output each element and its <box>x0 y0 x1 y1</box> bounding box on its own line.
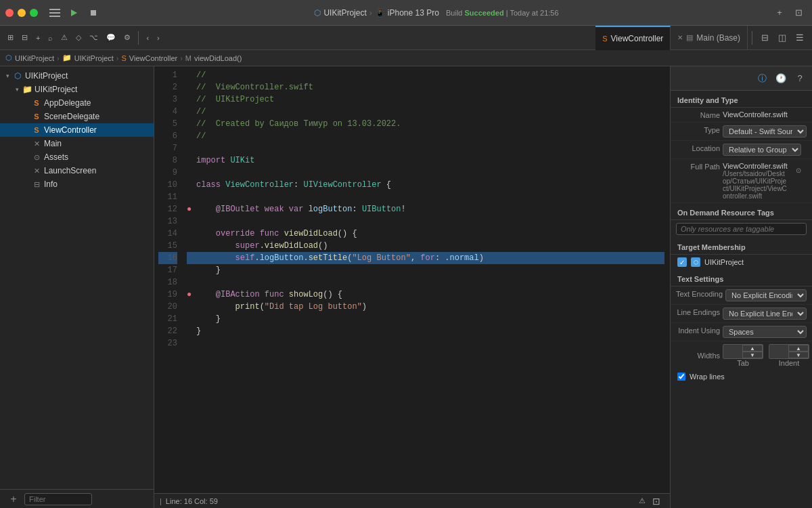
folder-icon: 📁 <box>22 84 32 95</box>
inspector-btn[interactable]: ☰ <box>792 30 808 46</box>
build-time: Today at 21:56 <box>510 9 558 17</box>
info-label: Info <box>44 179 58 189</box>
code-area[interactable]: 1 2 3 4 5 6 7 8 9 10 11 12 13 14 15 16 1… <box>154 66 670 493</box>
storyboard-icon-main: ✕ <box>31 138 42 149</box>
assets-icon: ⊙ <box>31 152 42 163</box>
code-line-22: } <box>187 325 664 337</box>
cursor-icon: | <box>160 497 162 505</box>
swift-icon-scenedelegate: S <box>31 111 42 122</box>
svg-marker-3 <box>71 9 77 16</box>
reveal-in-finder-btn[interactable]: ⊙ <box>790 162 807 178</box>
build-result: Succeeded <box>465 9 504 17</box>
maximize-button[interactable] <box>30 9 38 17</box>
tab-width-input[interactable]: 4 <box>723 345 742 358</box>
line-endings-select[interactable]: No Explicit Line Endings <box>723 308 807 320</box>
minimize-button[interactable] <box>18 9 26 17</box>
tab-stepper-group: 4 ▲ ▼ Tab <box>723 344 763 367</box>
run-button[interactable] <box>66 5 81 20</box>
add-file-btn[interactable]: + <box>32 30 43 45</box>
code-line-7 <box>187 142 664 154</box>
structure-view-btn[interactable]: ⊞ <box>4 30 17 45</box>
add-button[interactable]: + <box>771 5 788 21</box>
info-tab-btn[interactable]: ⓘ <box>754 70 770 87</box>
settings-btn[interactable]: ⚙ <box>120 30 134 45</box>
add-file-footer-btn[interactable]: + <box>5 491 22 507</box>
tab-label: Tab <box>737 359 749 367</box>
code-line-15: super.viewDidLoad() <box>187 240 664 252</box>
type-label: Type <box>676 125 720 134</box>
split-view-btn[interactable]: ⊟ <box>757 30 773 46</box>
indent-stepper: 4 ▲ ▼ <box>769 344 809 359</box>
text-encoding-select[interactable]: No Explicit Encoding <box>725 289 807 301</box>
tab-increment-btn[interactable]: ▲ <box>742 345 763 352</box>
sidebar-item-appdelegate[interactable]: S AppDelegate <box>0 96 154 110</box>
stop-button[interactable] <box>85 5 102 21</box>
target-membership-header: Target Membership <box>671 238 812 255</box>
bookmark-btn[interactable]: ◇ <box>72 30 85 45</box>
sidebar-item-main[interactable]: ✕ Main <box>0 137 154 150</box>
code-line-11 <box>187 191 664 203</box>
name-label: Name <box>676 110 720 119</box>
svg-rect-1 <box>49 12 60 14</box>
sidebar-item-info[interactable]: ⊟ Info <box>0 177 154 191</box>
line-endings-row: Line Endings No Explicit Line Endings <box>671 305 812 323</box>
sidebar-item-viewcontroller[interactable]: S ViewController <box>0 123 154 137</box>
text-settings-header: Text Settings <box>671 270 812 287</box>
target-icon: ⬡ <box>691 257 700 267</box>
scenedelegate-label: SceneDelegate <box>44 112 99 121</box>
location-select[interactable]: Relative to Group <box>723 144 801 156</box>
fullpath-label: Full Path <box>676 162 720 171</box>
indent-using-select[interactable]: Spaces <box>723 326 807 338</box>
footer-right: ⚠ ⊡ <box>639 493 664 509</box>
back-btn[interactable]: ‹ <box>143 30 152 45</box>
expand-button[interactable]: ⊡ <box>790 5 807 21</box>
toolbar-sep-2 <box>752 31 752 45</box>
wrap-lines-label: Wrap lines <box>690 373 725 381</box>
indent-width-input[interactable]: 4 <box>769 345 788 358</box>
fullpath-content: ViewController.swift /Users/tsaidov/Desk… <box>723 162 788 200</box>
toggle-root[interactable]: ▾ <box>3 72 12 79</box>
indent-decrement-btn[interactable]: ▼ <box>788 352 809 358</box>
wrap-lines-checkbox[interactable] <box>677 373 685 381</box>
indent-increment-btn[interactable]: ▲ <box>788 345 809 352</box>
target-checkbox[interactable]: ✓ <box>677 257 687 267</box>
breadcrumb-group[interactable]: UIKitProject <box>74 54 114 62</box>
editor-settings-btn[interactable]: ⊡ <box>648 493 664 509</box>
forward-btn[interactable]: › <box>154 30 163 45</box>
comment-btn[interactable]: 💬 <box>103 30 119 45</box>
indent-using-row: Indent Using Spaces <box>671 323 812 341</box>
type-row: Type Default - Swift Source <box>671 123 812 141</box>
warning-indicator: ⚠ <box>639 496 646 505</box>
hierarchy-btn[interactable]: ⊟ <box>18 30 31 45</box>
search-btn[interactable]: ⌕ <box>45 30 56 45</box>
tab-decrement-btn[interactable]: ▼ <box>742 352 763 358</box>
tab-viewcontroller[interactable]: S ViewController <box>595 26 671 50</box>
sidebar-toggle-button[interactable] <box>47 5 62 20</box>
widths-group: 4 ▲ ▼ Tab 4 ▲ ▼ <box>723 344 809 367</box>
sidebar-item-group[interactable]: ▾ 📁 UIKitProject <box>0 83 154 96</box>
tab-main[interactable]: ✕ ▤ Main (Base) <box>671 26 748 50</box>
filter-input[interactable] <box>24 493 92 505</box>
viewcontroller-label: ViewController <box>44 125 97 135</box>
breadcrumb-project[interactable]: UIKitProject <box>15 54 54 62</box>
toggle-group[interactable]: ▾ <box>12 86 22 93</box>
tag-input[interactable] <box>676 223 807 235</box>
title-bar: ⬡ UIKitProject › 📱 iPhone 13 Pro Build S… <box>0 0 812 26</box>
type-select[interactable]: Default - Swift Source <box>723 125 807 137</box>
sidebar-item-assets[interactable]: ⊙ Assets <box>0 150 154 164</box>
code-lines[interactable]: // // ViewController.swift // UIKitProje… <box>181 66 670 493</box>
adjust-btn[interactable]: ◫ <box>774 30 790 46</box>
tab-close-main[interactable]: ✕ <box>677 34 683 41</box>
sidebar-item-scenedelegate[interactable]: S SceneDelegate <box>0 110 154 123</box>
breadcrumb-icon-method: M <box>185 54 191 62</box>
breadcrumb-method[interactable]: viewDidLoad() <box>194 54 242 62</box>
sidebar-item-launchscreen[interactable]: ✕ LaunchScreen <box>0 164 154 177</box>
close-button[interactable] <box>5 9 14 17</box>
sidebar-item-root-project[interactable]: ▾ ⬡ UIKitProject <box>0 69 154 83</box>
svg-rect-0 <box>49 9 60 10</box>
warning-btn[interactable]: ⚠ <box>58 30 71 45</box>
help-btn[interactable]: ? <box>792 70 808 87</box>
breadcrumb-file[interactable]: ViewController <box>129 54 177 62</box>
history-btn[interactable]: 🕐 <box>773 70 789 87</box>
tag-btn[interactable]: ⌥ <box>86 30 102 45</box>
